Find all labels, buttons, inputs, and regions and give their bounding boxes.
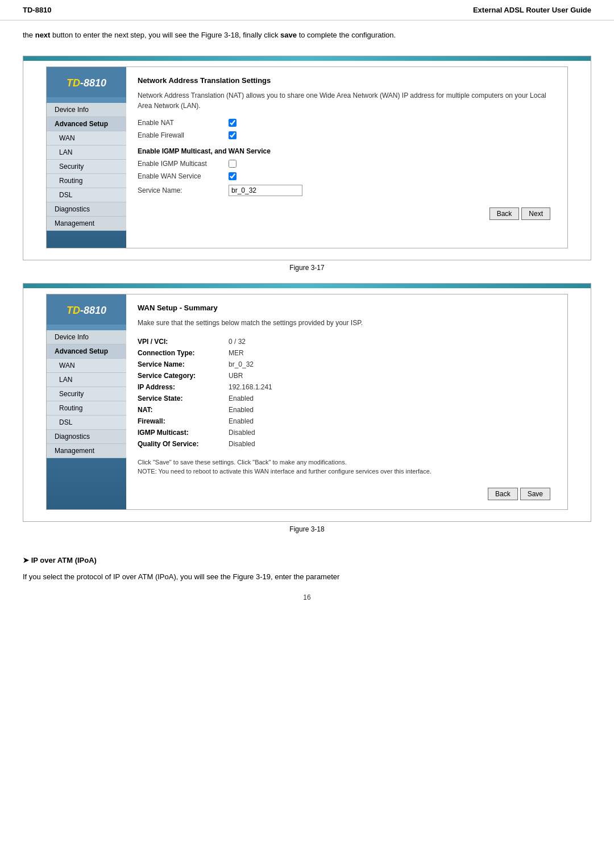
table-row: IGMP Multicast: Disabled (138, 427, 284, 438)
enable-igmp-label: Enable IGMP Multicast (138, 160, 229, 168)
brand-logo-fig18: TD-8810 (52, 305, 121, 317)
fig18-button-row: Back Save (138, 488, 556, 500)
sidebar-item-routing-1[interactable]: Routing (47, 174, 126, 188)
enable-nat-label: Enable NAT (138, 119, 229, 127)
enable-nat-row: Enable NAT (138, 119, 556, 127)
sidebar-nav-fig17: Device Info Advanced Setup WAN LAN Secur… (47, 97, 126, 231)
intro-before: the (23, 31, 35, 39)
panel-top-bar-2 (23, 284, 591, 288)
field-qos-value: Disabled (229, 438, 284, 450)
sidebar-fig17: TD-8810 Device Info Advanced Setup WAN L… (47, 67, 126, 248)
field-service-state-value: Enabled (229, 393, 284, 404)
sidebar-item-advanced-setup-2[interactable]: Advanced Setup (47, 344, 126, 359)
sidebar-item-diagnostics-1[interactable]: Diagnostics (47, 202, 126, 217)
guide-title: External ADSL Router User Guide (473, 6, 591, 14)
table-row: NAT: Enabled (138, 404, 284, 416)
field-service-name-value: br_0_32 (229, 359, 284, 370)
panel-top-bar (23, 56, 591, 61)
service-name-label: Service Name: (138, 186, 229, 194)
fig17-title: Network Address Translation Settings (138, 76, 556, 85)
fig18-title: WAN Setup - Summary (138, 304, 556, 312)
enable-wan-label: Enable WAN Service (138, 172, 229, 180)
intro-after: to complete the configuration. (297, 31, 396, 39)
field-service-category-value: UBR (229, 370, 284, 381)
service-name-input[interactable] (229, 185, 302, 196)
summary-table: VPI / VCI: 0 / 32 Connection Type: MER S… (138, 336, 284, 450)
brand-logo-fig17: TD-8810 (52, 77, 121, 89)
table-row: IP Address: 192.168.1.241 (138, 381, 284, 393)
field-ip-address-label: IP Address: (138, 381, 229, 393)
sidebar-item-device-info-1[interactable]: Device Info (47, 103, 126, 117)
table-row: Service State: Enabled (138, 393, 284, 404)
page-number: 16 (0, 588, 614, 613)
sidebar-item-management-2[interactable]: Management (47, 444, 126, 458)
enable-wan-checkbox[interactable] (229, 172, 237, 180)
sidebar-item-dsl-1[interactable]: DSL (47, 188, 126, 202)
sidebar-fig18: TD-8810 Device Info Advanced Setup WAN L… (47, 294, 126, 509)
table-row: VPI / VCI: 0 / 32 (138, 336, 284, 347)
fig18-back-button[interactable]: Back (488, 488, 518, 500)
intro-bold-next: next (35, 31, 51, 39)
sidebar-item-lan-1[interactable]: LAN (47, 146, 126, 160)
sidebar-logo-fig17: TD-8810 (47, 67, 126, 97)
fig17-caption: Figure 3-17 (0, 264, 614, 272)
main-content-fig17: Network Address Translation Settings Net… (126, 67, 567, 248)
sidebar-item-security-1[interactable]: Security (47, 160, 126, 174)
ipoatm-title: IP over ATM (IPoA) (23, 556, 591, 564)
sidebar-item-security-2[interactable]: Security (47, 387, 126, 401)
field-igmp-multicast-value: Disabled (229, 427, 284, 438)
table-row: Service Name: br_0_32 (138, 359, 284, 370)
table-row: Connection Type: MER (138, 347, 284, 359)
enable-nat-checkbox[interactable] (229, 119, 237, 127)
field-connection-type-label: Connection Type: (138, 347, 229, 359)
enable-firewall-checkbox[interactable] (229, 131, 237, 139)
router-panel-fig17: TD-8810 Device Info Advanced Setup WAN L… (46, 67, 568, 248)
table-row: Service Category: UBR (138, 370, 284, 381)
summary-note-line1: Click "Save" to save these settings. Cli… (138, 459, 347, 466)
sidebar-item-device-info-2[interactable]: Device Info (47, 330, 126, 344)
field-service-state-label: Service State: (138, 393, 229, 404)
field-firewall-value: Enabled (229, 416, 284, 427)
ipoatm-section: IP over ATM (IPoA) If you select the pro… (0, 545, 614, 588)
sidebar-item-advanced-setup-1[interactable]: Advanced Setup (47, 117, 126, 131)
field-service-category-label: Service Category: (138, 370, 229, 381)
intro-text: the next button to enter the next step, … (0, 30, 614, 50)
table-row: Quality Of Service: Disabled (138, 438, 284, 450)
field-nat-label: NAT: (138, 404, 229, 416)
fig17-subsection-title: Enable IGMP Multicast, and WAN Service (138, 147, 556, 155)
router-panel-fig18: TD-8810 Device Info Advanced Setup WAN L… (46, 294, 568, 510)
sidebar-item-lan-2[interactable]: LAN (47, 373, 126, 387)
enable-igmp-checkbox[interactable] (229, 160, 237, 168)
fig17-back-button[interactable]: Back (489, 207, 520, 220)
fig17-desc: Network Address Translation (NAT) allows… (138, 90, 556, 111)
fig17-next-button[interactable]: Next (521, 207, 550, 220)
field-igmp-multicast-label: IGMP Multicast: (138, 427, 229, 438)
field-connection-type-value: MER (229, 347, 284, 359)
sidebar-item-diagnostics-2[interactable]: Diagnostics (47, 430, 126, 444)
sidebar-item-routing-2[interactable]: Routing (47, 401, 126, 416)
sidebar-item-wan-1[interactable]: WAN (47, 131, 126, 146)
enable-firewall-row: Enable Firewall (138, 131, 556, 139)
model-label: TD-8810 (23, 6, 52, 14)
summary-note: Click "Save" to save these settings. Cli… (138, 458, 556, 476)
field-ip-address-value: 192.168.1.241 (229, 381, 284, 393)
field-nat-value: Enabled (229, 404, 284, 416)
figure18-panel: TD-8810 Device Info Advanced Setup WAN L… (23, 283, 591, 522)
field-qos-label: Quality Of Service: (138, 438, 229, 450)
fig17-button-row: Back Next (138, 207, 556, 220)
summary-note-line2: NOTE: You need to reboot to activate thi… (138, 468, 432, 475)
table-row: Firewall: Enabled (138, 416, 284, 427)
sidebar-item-dsl-2[interactable]: DSL (47, 416, 126, 430)
field-vpi-vci-label: VPI / VCI: (138, 336, 229, 347)
enable-firewall-label: Enable Firewall (138, 131, 229, 139)
field-firewall-label: Firewall: (138, 416, 229, 427)
fig18-caption: Figure 3-18 (0, 525, 614, 533)
intro-middle: button to enter the next step, you will … (50, 31, 280, 39)
ipoatm-desc: If you select the protocol of IP over AT… (23, 571, 591, 583)
field-service-name-label: Service Name: (138, 359, 229, 370)
fig18-save-button[interactable]: Save (520, 488, 550, 500)
main-content-fig18: WAN Setup - Summary Make sure that the s… (126, 294, 567, 509)
sidebar-nav-fig18: Device Info Advanced Setup WAN LAN Secur… (47, 325, 126, 458)
sidebar-item-management-1[interactable]: Management (47, 217, 126, 231)
sidebar-item-wan-2[interactable]: WAN (47, 359, 126, 373)
